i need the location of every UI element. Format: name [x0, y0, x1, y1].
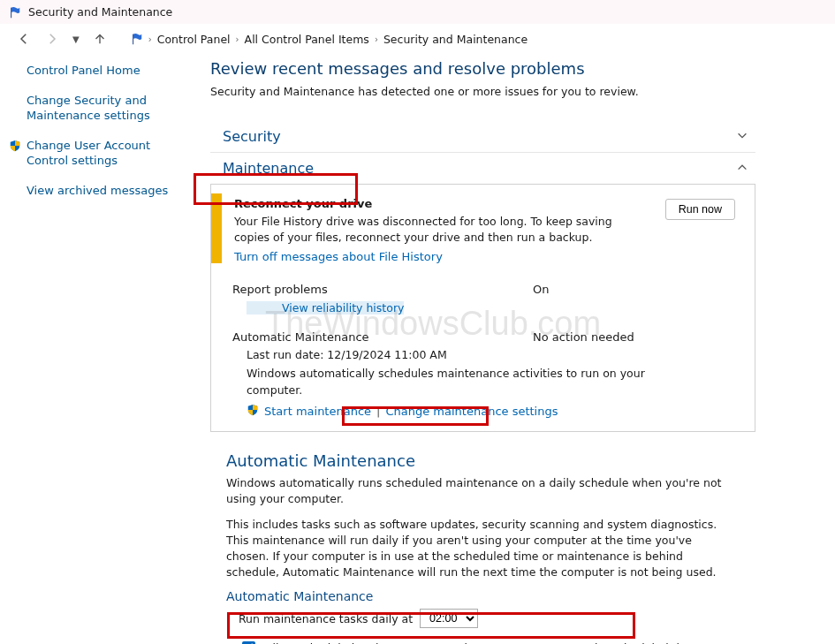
warning-title: Reconnect your drive: [234, 197, 653, 210]
forward-button[interactable]: [44, 31, 60, 47]
start-maintenance-link[interactable]: Start maintenance: [264, 405, 371, 418]
report-problems-label: Report problems: [232, 283, 533, 296]
main-content: Review recent messages and resolve probl…: [187, 56, 835, 644]
chevron-right-icon: ›: [236, 34, 239, 44]
breadcrumb-item[interactable]: Control Panel: [157, 33, 231, 46]
run-time-row: Run maintenance tasks daily at 02:00: [239, 609, 755, 628]
sidebar-item-change-sm[interactable]: Change Security and Maintenance settings: [27, 93, 178, 124]
view-reliability-link[interactable]: View reliability history: [247, 301, 404, 314]
section-label: Security: [223, 128, 281, 145]
section-security[interactable]: Security: [210, 121, 755, 153]
warning-stripe: [211, 193, 222, 263]
page-heading: Review recent messages and resolve probl…: [210, 59, 755, 78]
auto-maint-label: Automatic Maintenance: [232, 330, 533, 344]
auto-maint-subhead: Automatic Maintenance: [226, 589, 755, 603]
recent-dropdown[interactable]: ▼: [72, 34, 80, 44]
sidebar: Control Panel Home Change Security and M…: [11, 56, 187, 644]
turn-off-messages-link[interactable]: Turn off messages about File History: [234, 250, 443, 263]
sidebar-item-home[interactable]: Control Panel Home: [27, 63, 178, 79]
auto-maint-desc: Windows automatically schedules maintena…: [211, 366, 688, 399]
auto-maint-value: No action needed: [533, 330, 634, 344]
maintenance-panel: Reconnect your drive Your File History d…: [210, 184, 755, 432]
run-time-label: Run maintenance tasks daily at: [239, 612, 413, 625]
back-button[interactable]: [16, 31, 32, 47]
reconnect-drive-warning: Reconnect your drive Your File History d…: [211, 185, 755, 274]
chevron-right-icon: ›: [375, 34, 378, 44]
chevron-right-icon: ›: [148, 34, 152, 44]
auto-maint-heading: Automatic Maintenance: [226, 451, 755, 470]
breadcrumb-item[interactable]: Security and Maintenance: [383, 33, 528, 46]
report-problems-value: On: [533, 283, 549, 296]
separator: |: [376, 405, 380, 418]
auto-maint-row: Automatic Maintenance No action needed: [211, 327, 755, 345]
shield-icon: [9, 140, 21, 156]
titlebar: Security and Maintenance: [0, 0, 835, 24]
sidebar-item-uac[interactable]: Change User Account Control settings: [27, 138, 178, 169]
flag-icon: [9, 6, 21, 19]
run-now-button[interactable]: Run now: [665, 199, 735, 220]
sidebar-item-label: Change User Account Control settings: [27, 139, 150, 168]
navbar: ▼ › Control Panel › All Control Panel It…: [0, 24, 835, 56]
chevron-down-icon: [736, 129, 748, 144]
maint-actions: Start maintenance | Change maintenance s…: [211, 404, 755, 431]
auto-maint-p2: This includes tasks such as software upd…: [226, 517, 730, 581]
section-label: Maintenance: [217, 160, 314, 177]
warning-text: Your File History drive was disconnected…: [234, 214, 614, 245]
breadcrumb: › Control Panel › All Control Panel Item…: [131, 33, 528, 46]
page-subtext: Security and Maintenance has detected on…: [210, 85, 755, 98]
auto-maint-p1: Windows automatically runs scheduled mai…: [226, 475, 730, 507]
last-run-text: Last run date: 12/19/2024 11:00 AM: [211, 347, 688, 364]
run-time-select[interactable]: 02:00: [420, 609, 478, 628]
report-problems-row: Report problems On: [211, 274, 755, 298]
window-title: Security and Maintenance: [28, 5, 172, 19]
wake-checkbox-row: Allow scheduled maintenance to wake up m…: [239, 639, 755, 644]
sidebar-item-archived[interactable]: View archived messages: [27, 183, 178, 199]
chevron-up-icon: [736, 161, 748, 176]
breadcrumb-item[interactable]: All Control Panel Items: [245, 33, 369, 46]
shield-icon: [247, 404, 259, 419]
section-maintenance[interactable]: Maintenance: [210, 153, 755, 185]
change-maintenance-settings-link[interactable]: Change maintenance settings: [385, 405, 558, 418]
up-button[interactable]: [92, 31, 108, 47]
flag-icon: [131, 33, 143, 45]
